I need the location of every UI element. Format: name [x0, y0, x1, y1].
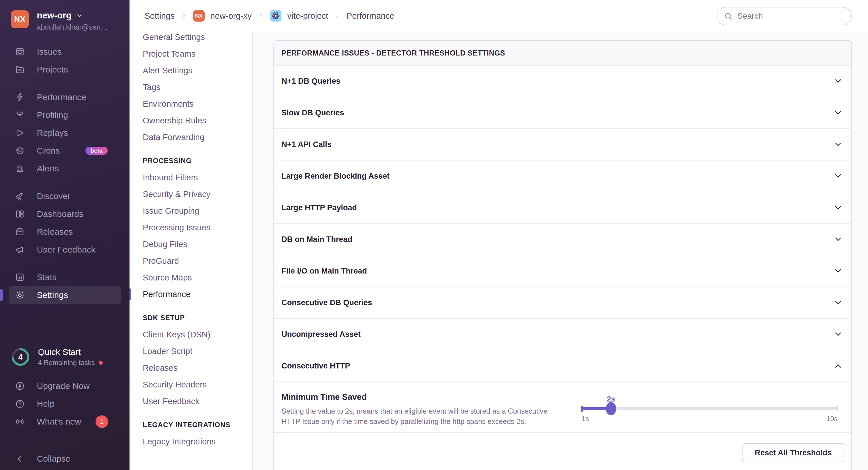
- sidebar-item-alerts[interactable]: Alerts: [9, 160, 121, 177]
- accordion-row-slow-db-queries[interactable]: Slow DB Queries: [274, 97, 851, 129]
- detector-threshold-panel: PERFORMANCE ISSUES - DETECTOR THRESHOLD …: [273, 40, 852, 470]
- notification-dot: [99, 361, 103, 365]
- subnav-item-legacy-integrations[interactable]: Legacy Integrations: [143, 433, 252, 450]
- accordion-row-uncompressed-asset[interactable]: Uncompressed Asset: [274, 319, 851, 350]
- breadcrumb-project[interactable]: vite-project: [287, 11, 328, 21]
- subnav-item-client-keys[interactable]: Client Keys (DSN): [143, 326, 252, 343]
- accordion-row-n1-db-queries[interactable]: N+1 DB Queries: [274, 66, 851, 97]
- subnav-section-legacy-integrations: LEGACY INTEGRATIONS: [143, 416, 252, 433]
- quick-start-count: 4: [11, 347, 30, 366]
- reset-all-thresholds-button[interactable]: Reset All Thresholds: [742, 443, 844, 462]
- sidebar-item-label: Alerts: [37, 164, 59, 173]
- subnav-item-security-privacy[interactable]: Security & Privacy: [143, 186, 252, 202]
- subnav-item-data-forwarding[interactable]: Data Forwarding: [143, 129, 252, 145]
- sidebar-collapse-button[interactable]: Collapse: [9, 450, 121, 468]
- org-name[interactable]: new-org: [37, 10, 72, 21]
- search-input[interactable]: [737, 11, 844, 21]
- sidebar-item-user-feedback[interactable]: User Feedback: [9, 241, 121, 259]
- subnav-item-user-feedback[interactable]: User Feedback: [143, 393, 252, 410]
- broadcast-icon: [15, 417, 25, 427]
- main-content: PERFORMANCE ISSUES - DETECTOR THRESHOLD …: [253, 32, 868, 470]
- sidebar-item-replays[interactable]: Replays: [9, 124, 121, 142]
- sidebar-item-whats-new[interactable]: What's new 1: [9, 413, 121, 431]
- chevron-down-icon[interactable]: [834, 108, 843, 118]
- subnav-label: Data Forwarding: [143, 133, 204, 142]
- subnav-item-alert-settings[interactable]: Alert Settings: [143, 62, 252, 79]
- org-badge: NX: [193, 10, 205, 22]
- slider-handle[interactable]: [606, 402, 616, 415]
- org-avatar[interactable]: NX: [11, 10, 29, 28]
- subnav-item-issue-grouping[interactable]: Issue Grouping: [143, 202, 252, 219]
- subnav-item-debug-files[interactable]: Debug Files: [143, 236, 252, 253]
- subnav-label: Client Keys (DSN): [143, 330, 210, 339]
- accordion-row-file-io-on-main-thread[interactable]: File I/O on Main Thread: [274, 256, 851, 287]
- accordion-row-label: Slow DB Queries: [281, 108, 344, 118]
- subnav-item-tags[interactable]: Tags: [143, 79, 252, 96]
- subnav-item-source-maps[interactable]: Source Maps: [143, 269, 252, 286]
- subnav-item-security-headers[interactable]: Security Headers: [143, 376, 252, 393]
- page-header: Settings NX new-org-xy vite-project Perf…: [129, 0, 868, 32]
- sidebar-item-profiling[interactable]: Profiling: [9, 106, 121, 124]
- chevron-down-icon[interactable]: [834, 76, 843, 86]
- app-sidebar: NX new-org abdullah.khan@sen… Issues Pro…: [0, 0, 129, 470]
- chevron-down-icon[interactable]: [834, 330, 843, 339]
- accordion-row-consecutive-db-queries[interactable]: Consecutive DB Queries: [274, 287, 851, 319]
- breadcrumb-page: Performance: [346, 11, 394, 21]
- accordion-row-db-on-main-thread[interactable]: DB on Main Thread: [274, 224, 851, 256]
- search-bar[interactable]: [717, 7, 852, 25]
- org-user-email: abdullah.khan@sen…: [37, 23, 107, 31]
- chevron-down-icon[interactable]: [834, 171, 843, 181]
- sidebar-item-dashboards[interactable]: Dashboards: [9, 205, 121, 223]
- subnav-section-sdk-setup: SDK SETUP: [143, 309, 252, 326]
- accordion-row-large-http-payload[interactable]: Large HTTP Payload: [274, 192, 851, 224]
- subnav-item-loader-script[interactable]: Loader Script: [143, 343, 252, 360]
- chevron-down-icon[interactable]: [834, 203, 843, 212]
- chevron-down-icon[interactable]: [834, 266, 843, 275]
- subnav-item-ownership-rules[interactable]: Ownership Rules: [143, 112, 252, 129]
- subnav-label: Legacy Integrations: [143, 437, 216, 446]
- sidebar-item-issues[interactable]: Issues: [9, 43, 121, 61]
- slider-track[interactable]: [582, 407, 837, 410]
- breadcrumb-org[interactable]: new-org-xy: [210, 11, 251, 21]
- sidebar-item-help[interactable]: Help: [9, 395, 121, 413]
- subnav-label: Source Maps: [143, 273, 192, 282]
- bar-chart-icon: [15, 272, 25, 282]
- accordion-row-consecutive-http[interactable]: Consecutive HTTP: [274, 350, 851, 382]
- subnav-item-processing-issues[interactable]: Processing Issues: [143, 219, 252, 236]
- sidebar-item-settings[interactable]: Settings: [9, 286, 121, 304]
- subnav-label: Inbound Filters: [143, 173, 198, 182]
- subnav-item-proguard[interactable]: ProGuard: [143, 253, 252, 269]
- dashboards-icon: [15, 209, 25, 219]
- sidebar-item-releases[interactable]: Releases: [9, 223, 121, 241]
- sidebar-item-crons[interactable]: Crons beta: [9, 142, 121, 160]
- quick-start-progress-ring: 4: [11, 347, 30, 366]
- subnav-item-releases[interactable]: Releases: [143, 360, 252, 376]
- subnav-label: Loader Script: [143, 346, 192, 356]
- projects-icon: [15, 65, 25, 74]
- accordion-row-large-render-blocking-asset[interactable]: Large Render Blocking Asset: [274, 161, 851, 192]
- subnav-item-environments[interactable]: Environments: [143, 96, 252, 112]
- subnav-item-performance[interactable]: Performance: [143, 286, 252, 303]
- sidebar-item-upgrade[interactable]: Upgrade Now: [9, 377, 121, 395]
- sidebar-item-label: Settings: [37, 290, 68, 300]
- play-icon: [15, 128, 25, 138]
- sidebar-item-performance[interactable]: Performance: [9, 88, 121, 106]
- quick-start[interactable]: 4 Quick Start 4 Remaining tasks: [11, 343, 129, 371]
- accordion-row-n1-api-calls[interactable]: N+1 API Calls: [274, 129, 851, 161]
- subnav-item-project-teams[interactable]: Project Teams: [143, 45, 252, 62]
- sidebar-item-projects[interactable]: Projects: [9, 61, 121, 78]
- whats-new-count-badge: 1: [96, 415, 108, 428]
- subnav-label: Security & Privacy: [143, 190, 210, 199]
- sidebar-item-stats[interactable]: Stats: [9, 268, 121, 286]
- chevron-down-icon[interactable]: [834, 235, 843, 244]
- sidebar-item-label: Profiling: [37, 110, 68, 120]
- org-switcher[interactable]: NX new-org abdullah.khan@sen…: [0, 0, 129, 31]
- chevron-down-icon[interactable]: [834, 140, 843, 149]
- panel-footer: Reset All Thresholds: [274, 433, 851, 462]
- sidebar-item-label: Replays: [37, 128, 68, 138]
- chevron-down-icon[interactable]: [834, 298, 843, 307]
- sidebar-item-discover[interactable]: Discover: [9, 187, 121, 205]
- breadcrumb-settings[interactable]: Settings: [145, 11, 175, 21]
- subnav-item-inbound-filters[interactable]: Inbound Filters: [143, 169, 252, 186]
- chevron-up-icon[interactable]: [834, 361, 843, 370]
